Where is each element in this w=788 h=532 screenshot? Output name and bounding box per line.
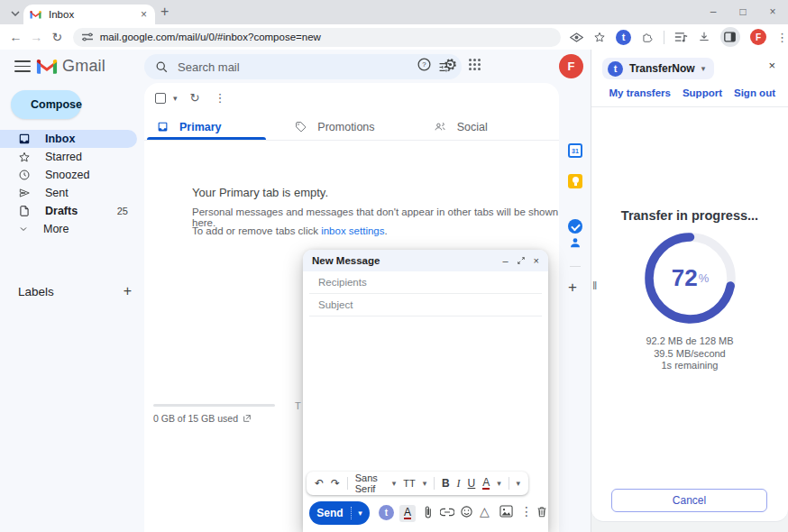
star-icon: [18, 151, 31, 163]
google-apps-icon[interactable]: [469, 59, 481, 70]
browser-profile-avatar[interactable]: F: [750, 29, 766, 45]
window-minimize-button[interactable]: –: [707, 5, 719, 18]
sidebar-item-label: More: [43, 223, 69, 235]
undo-icon[interactable]: ↶: [315, 477, 324, 490]
help-icon[interactable]: ?: [417, 57, 432, 72]
bookmark-star-icon[interactable]: [593, 31, 606, 43]
recipients-row[interactable]: [309, 271, 542, 294]
panel-resize-handle[interactable]: ‖: [592, 279, 596, 292]
list-more-icon[interactable]: ⋮: [214, 91, 225, 105]
transfernow-links: My transfers Support Sign out: [591, 87, 788, 107]
sign-out-link[interactable]: Sign out: [734, 87, 775, 106]
select-caret-icon[interactable]: ▾: [173, 94, 178, 103]
extensions-icon[interactable]: [641, 31, 654, 43]
inbox-settings-link[interactable]: inbox settings: [321, 225, 384, 236]
tab-strip: Inbox × + – □ ×: [0, 0, 788, 24]
tab-label: Social: [457, 121, 488, 133]
window-maximize-button[interactable]: □: [737, 5, 749, 18]
calendar-icon[interactable]: 31: [568, 143, 582, 158]
send-options-caret-icon[interactable]: ▾: [351, 507, 369, 519]
side-panel-button[interactable]: [720, 27, 740, 47]
sidebar-item-inbox[interactable]: Inbox: [0, 130, 137, 148]
underline-button[interactable]: U: [468, 477, 476, 490]
contacts-icon[interactable]: [568, 235, 582, 250]
search-input[interactable]: [178, 60, 438, 74]
font-family-select[interactable]: Sans Serif: [355, 472, 385, 494]
tab-close-icon[interactable]: ×: [139, 8, 149, 21]
color-caret-icon[interactable]: ▾: [497, 479, 501, 488]
select-all-checkbox[interactable]: [155, 93, 166, 104]
tab-promotions[interactable]: Promotions: [282, 114, 420, 140]
gmail-profile-avatar[interactable]: F: [559, 54, 583, 78]
browser-chrome: Inbox × + – □ × ← → ↻ mail.google.com/ma…: [0, 0, 788, 50]
toolbar-divider: [347, 477, 348, 490]
tab-primary[interactable]: Primary: [144, 114, 282, 140]
more-formatting-icon[interactable]: ▾: [516, 479, 520, 488]
bold-button[interactable]: B: [442, 477, 450, 490]
insert-emoji-icon[interactable]: [460, 505, 473, 518]
transfernow-caret-icon[interactable]: ▾: [701, 64, 706, 73]
insert-photo-icon[interactable]: [499, 505, 513, 518]
sidebar-item-starred[interactable]: Starred: [0, 148, 137, 166]
address-bar[interactable]: mail.google.com/mail/u/0/#inbox?compose=…: [73, 28, 561, 47]
site-info-icon[interactable]: [82, 32, 93, 41]
font-size-button[interactable]: TT: [403, 478, 415, 489]
compose-popout-icon[interactable]: [517, 256, 526, 265]
settings-gear-icon[interactable]: [443, 57, 458, 72]
formatting-options-button[interactable]: A: [399, 505, 416, 522]
message-body[interactable]: [310, 320, 541, 464]
formatting-a-icon: A: [404, 508, 411, 519]
transfernow-extension-icon[interactable]: t: [616, 30, 631, 45]
transfernow-logo-icon: t: [608, 61, 623, 77]
add-label-button[interactable]: +: [124, 283, 132, 299]
downloads-icon[interactable]: [698, 31, 710, 43]
transfernow-header[interactable]: t TransferNow ▾: [602, 58, 714, 79]
compose-minimize-icon[interactable]: –: [502, 255, 508, 266]
gmail-logo: Gmail: [36, 57, 105, 76]
compose-button[interactable]: Compose: [11, 90, 81, 119]
italic-button[interactable]: I: [457, 477, 461, 491]
back-button[interactable]: ←: [5, 30, 26, 44]
compose-more-options-icon[interactable]: ⋮: [520, 504, 533, 518]
insert-link-icon[interactable]: [440, 508, 454, 517]
compose-close-icon[interactable]: ×: [534, 255, 539, 266]
my-transfers-link[interactable]: My transfers: [609, 87, 671, 106]
window-close-button[interactable]: ×: [766, 5, 779, 18]
transfernow-attach-icon[interactable]: t: [379, 505, 394, 520]
keep-icon[interactable]: [568, 174, 582, 188]
sidebar-item-sent[interactable]: Sent: [0, 184, 137, 202]
social-people-icon: [434, 121, 446, 133]
browser-tab-inbox[interactable]: Inbox ×: [23, 5, 155, 24]
panel-close-icon[interactable]: ×: [768, 59, 775, 72]
recipients-input[interactable]: [318, 277, 533, 288]
tasks-icon[interactable]: [568, 219, 582, 234]
cancel-button[interactable]: Cancel: [611, 489, 767, 512]
browser-menu-icon[interactable]: ⋮: [776, 31, 788, 44]
send-button[interactable]: Send ▾: [309, 501, 370, 525]
main-menu-icon[interactable]: [14, 60, 31, 72]
font-caret-icon[interactable]: ▾: [392, 479, 397, 488]
organize-tabs-icon[interactable]: [674, 32, 688, 42]
insert-drive-icon[interactable]: △: [480, 504, 490, 518]
size-caret-icon[interactable]: ▾: [423, 479, 427, 488]
text-color-button[interactable]: A: [482, 478, 490, 490]
sidebar-item-more[interactable]: More: [0, 220, 137, 238]
subject-input[interactable]: [318, 299, 533, 310]
support-link[interactable]: Support: [683, 87, 722, 106]
external-link-icon[interactable]: [243, 414, 252, 423]
compose-header[interactable]: New Message – ×: [303, 250, 548, 271]
new-tab-button[interactable]: +: [160, 4, 169, 20]
tab-search-button[interactable]: [7, 6, 23, 21]
tab-social[interactable]: Social: [421, 114, 559, 140]
redo-icon[interactable]: ↷: [331, 477, 340, 490]
preview-eye-icon[interactable]: [570, 32, 583, 42]
attach-file-icon[interactable]: [421, 505, 435, 519]
sidebar-item-snoozed[interactable]: Snoozed: [0, 166, 137, 184]
get-addons-button[interactable]: +: [568, 279, 577, 297]
subject-row[interactable]: [309, 294, 542, 316]
search-bar[interactable]: [144, 54, 462, 79]
discard-trash-icon[interactable]: [536, 505, 548, 518]
refresh-icon[interactable]: ↻: [190, 91, 200, 105]
sidebar-item-drafts[interactable]: Drafts 25: [0, 202, 137, 220]
reload-button[interactable]: ↻: [47, 30, 68, 44]
